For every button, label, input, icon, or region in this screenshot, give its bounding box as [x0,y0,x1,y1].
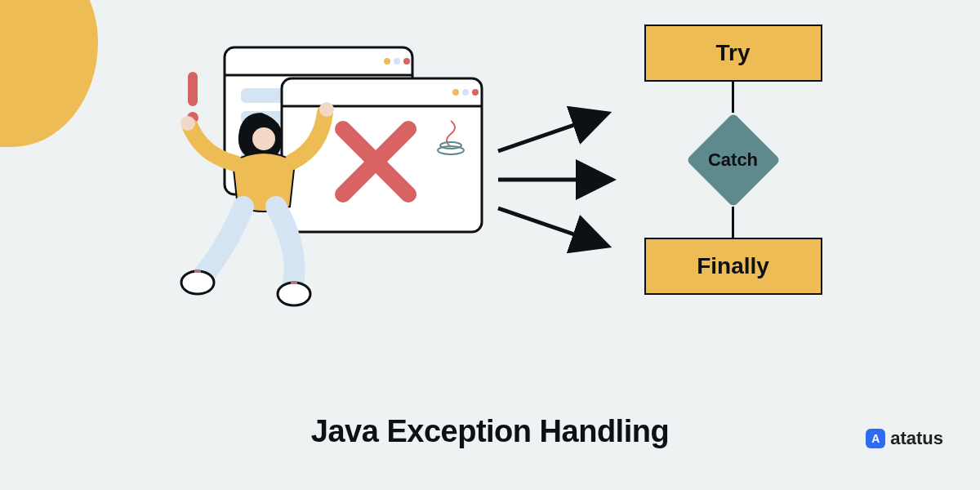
flowchart: Try Catch Finally [641,24,825,295]
brand-logo-icon: A [866,429,885,448]
flow-diamond-catch: Catch [686,113,780,207]
arrows-to-flow [490,106,629,256]
flow-label-try: Try [715,40,750,66]
illustration-person-error [147,39,490,325]
svg-line-29 [498,208,600,243]
svg-point-4 [403,58,410,65]
flow-label-finally: Finally [697,253,769,279]
flow-connector [732,207,734,238]
brand: A atatus [866,428,943,449]
svg-point-11 [452,89,459,96]
svg-point-21 [180,116,195,131]
svg-point-24 [278,283,310,305]
svg-rect-25 [194,270,201,273]
exclamation-icon [187,72,198,123]
brand-logo-letter: A [871,432,880,445]
svg-point-12 [462,89,469,96]
page-title: Java Exception Handling [311,414,669,449]
flow-box-try: Try [644,24,822,82]
svg-line-27 [498,116,600,151]
svg-point-3 [394,58,400,65]
brand-name: atatus [890,428,943,449]
flow-box-finally: Finally [644,238,822,295]
svg-point-23 [181,271,214,294]
svg-point-13 [472,89,479,96]
svg-point-22 [319,102,334,117]
decorative-blob [0,0,98,147]
flow-label-catch: Catch [708,149,758,171]
svg-rect-26 [291,282,297,284]
svg-rect-18 [188,72,198,106]
flow-connector [732,82,734,113]
svg-point-20 [252,127,275,150]
svg-point-2 [384,58,390,65]
